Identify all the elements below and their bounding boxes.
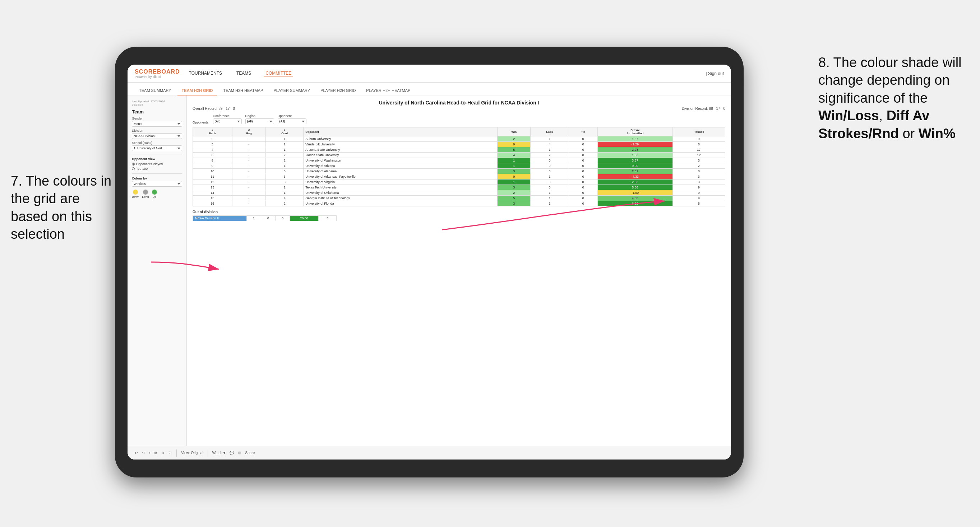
radio-top100[interactable]: Top 100: [132, 167, 182, 170]
last-updated: Last Updated: 27/03/2024 16:55:38: [132, 100, 182, 106]
cell-rank: 11: [193, 174, 232, 179]
ood-name: NCAA Division II: [193, 216, 247, 221]
watch-btn[interactable]: Watch ▾: [212, 451, 225, 455]
cell-win: 1: [498, 163, 531, 169]
conference-select[interactable]: (All): [213, 119, 242, 124]
tab-team-summary[interactable]: TEAM SUMMARY: [135, 86, 176, 95]
cell-conf: 1: [266, 137, 304, 142]
cell-diff: -4.33: [598, 174, 673, 179]
cell-rank: 12: [193, 179, 232, 185]
logo-text: SCOREBOARD: [135, 68, 180, 75]
undo-btn[interactable]: ↩: [135, 451, 138, 455]
ood-tie: 0: [275, 216, 290, 221]
share-btn[interactable]: Share: [245, 451, 255, 455]
back-btn[interactable]: ‹: [149, 451, 150, 455]
cell-loss: 1: [531, 147, 569, 152]
redo-btn[interactable]: ↪: [142, 451, 145, 455]
annotation-right: 8. The colour shade will change dependin…: [818, 54, 969, 143]
cell-loss: 0: [531, 163, 569, 169]
cell-loss: 1: [531, 201, 569, 206]
table-row: 15 - 4 Georgia Institute of Technology 5…: [193, 196, 725, 201]
top-nav: SCOREBOARD Powered by clippd TOURNAMENTS…: [127, 65, 731, 83]
radio-opponents-played[interactable]: Opponents Played: [132, 162, 182, 166]
cell-rank: 14: [193, 190, 232, 196]
region-label: Region: [245, 114, 274, 118]
legend-level-circle: [143, 190, 148, 195]
legend-up: Up: [152, 190, 157, 198]
cell-rounds: 9: [673, 185, 725, 190]
view-original-btn[interactable]: View: Original: [181, 451, 203, 455]
nav-teams[interactable]: TEAMS: [235, 71, 253, 76]
main-content: Last Updated: 27/03/2024 16:55:38 Team G…: [127, 95, 731, 446]
cell-tie: 0: [569, 147, 597, 152]
table-row: 12 - 3 University of Virginia 1 0 0 2.33…: [193, 179, 725, 185]
cell-reg: -: [232, 185, 266, 190]
sign-out[interactable]: | Sign out: [706, 71, 724, 76]
cell-win: 3: [498, 185, 531, 190]
cell-loss: 0: [531, 179, 569, 185]
nav-tournaments[interactable]: TOURNAMENTS: [187, 71, 224, 76]
cell-reg: -: [232, 169, 266, 174]
gender-select[interactable]: Men's: [132, 121, 182, 127]
comment-btn[interactable]: 💬: [229, 451, 234, 455]
nav-committee[interactable]: COMMITTEE: [264, 71, 293, 76]
grid-btn[interactable]: ⊞: [238, 451, 241, 455]
table-row: 10 - 5 University of Alabama 3 0 0 2.61 …: [193, 169, 725, 174]
region-filter: Region (All): [245, 114, 274, 124]
colour-by-select[interactable]: Win/loss: [132, 181, 182, 187]
cell-loss: 1: [531, 196, 569, 201]
cell-conf: 2: [266, 158, 304, 163]
cell-rounds: 3: [673, 158, 725, 163]
copy-btn[interactable]: ⧉: [154, 451, 157, 455]
cell-diff: 3.67: [598, 158, 673, 163]
toolbar-sep: [177, 449, 177, 457]
legend-row: Down Level Up: [132, 190, 182, 198]
cell-reg: -: [232, 190, 266, 196]
opponent-select[interactable]: (All): [278, 119, 306, 124]
tab-player-h2h-heatmap[interactable]: PLAYER H2H HEATMAP: [362, 86, 415, 95]
clock-btn[interactable]: ⏱: [169, 451, 172, 455]
cell-loss: 1: [531, 190, 569, 196]
cell-opponent: Georgia Institute of Technology: [304, 196, 498, 201]
cell-opponent: Vanderbilt University: [304, 142, 498, 147]
cell-diff: 2.33: [598, 179, 673, 185]
region-select[interactable]: (All): [245, 119, 274, 124]
cell-reg: -: [232, 174, 266, 179]
cell-diff: 1.83: [598, 152, 673, 158]
move-btn[interactable]: ⊕: [161, 451, 164, 455]
tab-team-h2h-heatmap[interactable]: TEAM H2H HEATMAP: [219, 86, 267, 95]
toolbar-sep2: [208, 449, 208, 457]
ood-diff: 26.00: [290, 216, 319, 221]
cell-rank: 16: [193, 201, 232, 206]
cell-opponent: University of Washington: [304, 158, 498, 163]
cell-opponent: University of Florida: [304, 201, 498, 206]
tab-player-h2h-grid[interactable]: PLAYER H2H GRID: [316, 86, 360, 95]
cell-diff: 6.62: [598, 201, 673, 206]
cell-rounds: 12: [673, 152, 725, 158]
cell-tie: 0: [569, 201, 597, 206]
tab-team-h2h-grid[interactable]: TEAM H2H GRID: [177, 86, 217, 95]
tab-player-summary[interactable]: PLAYER SUMMARY: [269, 86, 314, 95]
cell-rank: 2: [193, 137, 232, 142]
division-select[interactable]: NCAA Division I: [132, 133, 182, 139]
cell-rank: 15: [193, 196, 232, 201]
conference-label: Conference: [213, 114, 242, 118]
ood-rounds: 3: [319, 216, 337, 221]
cell-opponent: Texas Tech University: [304, 185, 498, 190]
school-select[interactable]: 1. University of Nort...: [132, 145, 182, 151]
cell-tie: 0: [569, 163, 597, 169]
cell-rounds: 5: [673, 201, 725, 206]
cell-rank: 4: [193, 147, 232, 152]
cell-conf: 2: [266, 152, 304, 158]
cell-win: 3: [498, 169, 531, 174]
col-conf: #Conf: [266, 127, 304, 137]
col-reg: #Reg: [232, 127, 266, 137]
cell-rank: 6: [193, 152, 232, 158]
cell-conf: 1: [266, 190, 304, 196]
cell-rounds: 2: [673, 163, 725, 169]
cell-rounds: 8: [673, 142, 725, 147]
radio-dot-1: [132, 163, 135, 165]
colour-by-label: Colour by: [132, 177, 182, 180]
cell-rounds: 9: [673, 196, 725, 201]
conference-filter: Conference (All): [213, 114, 242, 124]
